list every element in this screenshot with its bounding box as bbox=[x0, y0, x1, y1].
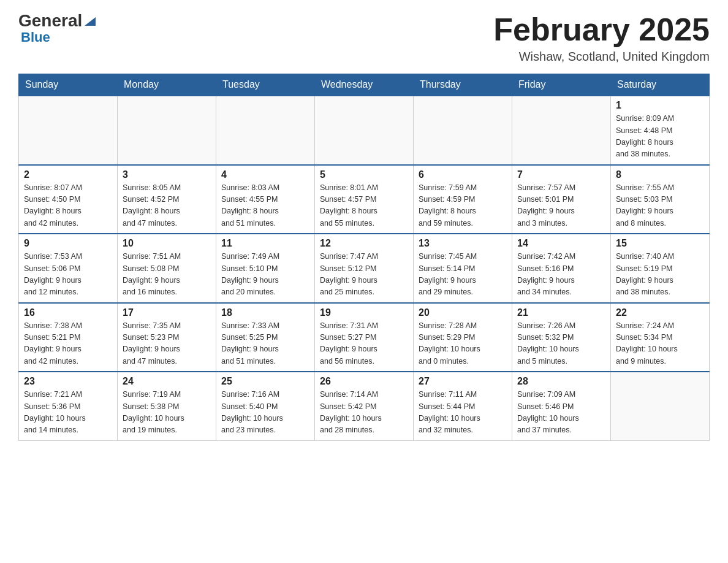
calendar-day-cell: 16Sunrise: 7:38 AMSunset: 5:21 PMDayligh… bbox=[19, 303, 118, 372]
day-info: Sunrise: 7:47 AMSunset: 5:12 PMDaylight:… bbox=[320, 251, 408, 299]
day-info: Sunrise: 7:14 AMSunset: 5:42 PMDaylight:… bbox=[320, 389, 408, 437]
weekday-header-saturday: Saturday bbox=[611, 74, 710, 96]
calendar-day-cell: 4Sunrise: 8:03 AMSunset: 4:55 PMDaylight… bbox=[216, 165, 315, 234]
weekday-header-tuesday: Tuesday bbox=[216, 74, 315, 96]
calendar-day-cell: 17Sunrise: 7:35 AMSunset: 5:23 PMDayligh… bbox=[118, 303, 216, 372]
day-info: Sunrise: 7:38 AMSunset: 5:21 PMDaylight:… bbox=[24, 320, 112, 368]
day-info: Sunrise: 7:49 AMSunset: 5:10 PMDaylight:… bbox=[221, 251, 309, 299]
calendar-day-cell: 22Sunrise: 7:24 AMSunset: 5:34 PMDayligh… bbox=[611, 303, 710, 372]
day-number: 6 bbox=[419, 169, 507, 180]
day-number: 26 bbox=[320, 376, 408, 387]
day-number: 22 bbox=[616, 307, 704, 318]
calendar-day-cell bbox=[216, 96, 315, 165]
day-info: Sunrise: 7:59 AMSunset: 4:59 PMDaylight:… bbox=[419, 182, 507, 230]
calendar-day-cell: 18Sunrise: 7:33 AMSunset: 5:25 PMDayligh… bbox=[216, 303, 315, 372]
day-info: Sunrise: 7:57 AMSunset: 5:01 PMDaylight:… bbox=[517, 182, 605, 230]
weekday-header-sunday: Sunday bbox=[19, 74, 118, 96]
calendar-day-cell: 2Sunrise: 8:07 AMSunset: 4:50 PMDaylight… bbox=[19, 165, 118, 234]
day-info: Sunrise: 7:26 AMSunset: 5:32 PMDaylight:… bbox=[517, 320, 605, 368]
day-number: 13 bbox=[419, 238, 507, 249]
month-title: February 2025 bbox=[493, 12, 710, 47]
day-number: 19 bbox=[320, 307, 408, 318]
day-info: Sunrise: 8:05 AMSunset: 4:52 PMDaylight:… bbox=[123, 182, 211, 230]
calendar-day-cell: 9Sunrise: 7:53 AMSunset: 5:06 PMDaylight… bbox=[19, 234, 118, 303]
calendar-day-cell bbox=[512, 96, 611, 165]
day-number: 9 bbox=[24, 238, 112, 249]
calendar-week-row: 2Sunrise: 8:07 AMSunset: 4:50 PMDaylight… bbox=[19, 165, 710, 234]
day-number: 20 bbox=[419, 307, 507, 318]
weekday-header-thursday: Thursday bbox=[414, 74, 512, 96]
day-info: Sunrise: 7:21 AMSunset: 5:36 PMDaylight:… bbox=[24, 389, 112, 437]
calendar-day-cell: 7Sunrise: 7:57 AMSunset: 5:01 PMDaylight… bbox=[512, 165, 611, 234]
day-number: 2 bbox=[24, 169, 112, 180]
day-info: Sunrise: 7:16 AMSunset: 5:40 PMDaylight:… bbox=[221, 389, 309, 437]
calendar-header-row: SundayMondayTuesdayWednesdayThursdayFrid… bbox=[19, 74, 710, 96]
calendar-day-cell bbox=[315, 96, 414, 165]
day-number: 21 bbox=[517, 307, 605, 318]
calendar-day-cell: 28Sunrise: 7:09 AMSunset: 5:46 PMDayligh… bbox=[512, 372, 611, 440]
day-info: Sunrise: 7:31 AMSunset: 5:27 PMDaylight:… bbox=[320, 320, 408, 368]
day-number: 4 bbox=[221, 169, 309, 180]
weekday-header-friday: Friday bbox=[512, 74, 611, 96]
calendar-day-cell: 23Sunrise: 7:21 AMSunset: 5:36 PMDayligh… bbox=[19, 372, 118, 440]
day-info: Sunrise: 7:35 AMSunset: 5:23 PMDaylight:… bbox=[123, 320, 211, 368]
calendar-day-cell: 14Sunrise: 7:42 AMSunset: 5:16 PMDayligh… bbox=[512, 234, 611, 303]
day-number: 5 bbox=[320, 169, 408, 180]
day-info: Sunrise: 7:40 AMSunset: 5:19 PMDaylight:… bbox=[616, 251, 704, 299]
day-info: Sunrise: 7:19 AMSunset: 5:38 PMDaylight:… bbox=[123, 389, 211, 437]
day-info: Sunrise: 8:09 AMSunset: 4:48 PMDaylight:… bbox=[616, 113, 704, 161]
svg-marker-0 bbox=[85, 17, 96, 26]
day-number: 3 bbox=[123, 169, 211, 180]
day-number: 16 bbox=[24, 307, 112, 318]
calendar-day-cell: 26Sunrise: 7:14 AMSunset: 5:42 PMDayligh… bbox=[315, 372, 414, 440]
day-number: 12 bbox=[320, 238, 408, 249]
day-number: 28 bbox=[517, 376, 605, 387]
calendar-day-cell: 8Sunrise: 7:55 AMSunset: 5:03 PMDaylight… bbox=[611, 165, 710, 234]
calendar-day-cell bbox=[414, 96, 512, 165]
day-info: Sunrise: 7:51 AMSunset: 5:08 PMDaylight:… bbox=[123, 251, 211, 299]
calendar-day-cell: 3Sunrise: 8:05 AMSunset: 4:52 PMDaylight… bbox=[118, 165, 216, 234]
calendar-day-cell: 13Sunrise: 7:45 AMSunset: 5:14 PMDayligh… bbox=[414, 234, 512, 303]
weekday-header-wednesday: Wednesday bbox=[315, 74, 414, 96]
day-info: Sunrise: 7:24 AMSunset: 5:34 PMDaylight:… bbox=[616, 320, 704, 368]
day-number: 25 bbox=[221, 376, 309, 387]
day-info: Sunrise: 7:42 AMSunset: 5:16 PMDaylight:… bbox=[517, 251, 605, 299]
day-number: 7 bbox=[517, 169, 605, 180]
day-number: 23 bbox=[24, 376, 112, 387]
calendar-week-row: 9Sunrise: 7:53 AMSunset: 5:06 PMDaylight… bbox=[19, 234, 710, 303]
day-number: 18 bbox=[221, 307, 309, 318]
calendar-week-row: 16Sunrise: 7:38 AMSunset: 5:21 PMDayligh… bbox=[19, 303, 710, 372]
calendar-day-cell bbox=[118, 96, 216, 165]
day-number: 11 bbox=[221, 238, 309, 249]
day-info: Sunrise: 7:09 AMSunset: 5:46 PMDaylight:… bbox=[517, 389, 605, 437]
day-info: Sunrise: 8:07 AMSunset: 4:50 PMDaylight:… bbox=[24, 182, 112, 230]
logo-triangle-icon bbox=[83, 15, 97, 28]
day-info: Sunrise: 7:28 AMSunset: 5:29 PMDaylight:… bbox=[419, 320, 507, 368]
day-number: 24 bbox=[123, 376, 211, 387]
day-number: 17 bbox=[123, 307, 211, 318]
day-info: Sunrise: 7:11 AMSunset: 5:44 PMDaylight:… bbox=[419, 389, 507, 437]
calendar-day-cell: 25Sunrise: 7:16 AMSunset: 5:40 PMDayligh… bbox=[216, 372, 315, 440]
day-number: 15 bbox=[616, 238, 704, 249]
calendar-day-cell: 15Sunrise: 7:40 AMSunset: 5:19 PMDayligh… bbox=[611, 234, 710, 303]
calendar-day-cell: 24Sunrise: 7:19 AMSunset: 5:38 PMDayligh… bbox=[118, 372, 216, 440]
page-header: General Blue February 2025 Wishaw, Scotl… bbox=[18, 12, 710, 64]
day-info: Sunrise: 7:53 AMSunset: 5:06 PMDaylight:… bbox=[24, 251, 112, 299]
calendar-day-cell: 12Sunrise: 7:47 AMSunset: 5:12 PMDayligh… bbox=[315, 234, 414, 303]
calendar-day-cell: 10Sunrise: 7:51 AMSunset: 5:08 PMDayligh… bbox=[118, 234, 216, 303]
day-info: Sunrise: 7:45 AMSunset: 5:14 PMDaylight:… bbox=[419, 251, 507, 299]
day-number: 14 bbox=[517, 238, 605, 249]
calendar-day-cell bbox=[19, 96, 118, 165]
calendar-week-row: 1Sunrise: 8:09 AMSunset: 4:48 PMDaylight… bbox=[19, 96, 710, 165]
day-number: 8 bbox=[616, 169, 704, 180]
day-number: 1 bbox=[616, 100, 704, 111]
day-number: 27 bbox=[419, 376, 507, 387]
logo-blue: Blue bbox=[18, 29, 50, 45]
location: Wishaw, Scotland, United Kingdom bbox=[493, 50, 710, 64]
title-section: February 2025 Wishaw, Scotland, United K… bbox=[493, 12, 710, 64]
calendar-day-cell: 11Sunrise: 7:49 AMSunset: 5:10 PMDayligh… bbox=[216, 234, 315, 303]
calendar-day-cell: 20Sunrise: 7:28 AMSunset: 5:29 PMDayligh… bbox=[414, 303, 512, 372]
calendar-day-cell: 6Sunrise: 7:59 AMSunset: 4:59 PMDaylight… bbox=[414, 165, 512, 234]
day-info: Sunrise: 8:03 AMSunset: 4:55 PMDaylight:… bbox=[221, 182, 309, 230]
calendar-day-cell: 27Sunrise: 7:11 AMSunset: 5:44 PMDayligh… bbox=[414, 372, 512, 440]
